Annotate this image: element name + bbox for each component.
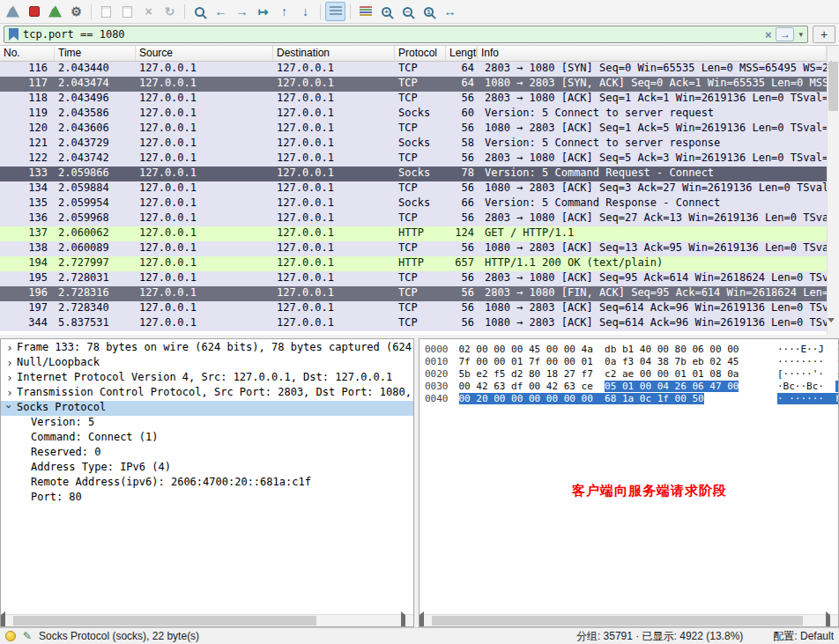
zoom-original-icon: 1 <box>424 7 434 17</box>
scroll-up-icon[interactable] <box>828 46 839 58</box>
hex-row[interactable]: 00205b e2 f5 d2 80 18 27 f7 c2 ae 00 00 … <box>425 368 838 381</box>
packet-row[interactable]: 1212.043729127.0.0.1127.0.0.1Socks58Vers… <box>0 137 827 152</box>
filter-dropdown-icon[interactable]: ▾ <box>798 30 803 39</box>
hex-row[interactable]: 000002 00 00 00 45 00 00 4a db b1 40 00 … <box>425 344 838 356</box>
packet-row[interactable]: 1202.043606127.0.0.1127.0.0.1TCP561080 →… <box>0 122 827 137</box>
cell-len: 78 <box>446 167 478 181</box>
capture-options-icon: ⚙ <box>71 5 82 18</box>
first-packet-icon[interactable]: ↑ <box>274 2 294 21</box>
hex-offset: 0010 <box>425 356 449 367</box>
display-filter-input[interactable]: tcp.port == 1080 × → ▾ <box>4 26 808 43</box>
zoom-in-icon[interactable]: + <box>376 2 397 21</box>
hex-row[interactable]: 00107f 00 00 01 7f 00 00 01 0a f3 04 38 … <box>425 356 838 368</box>
go-to-packet-icon[interactable]: ↦ <box>253 2 273 21</box>
column-header-source[interactable]: Source <box>136 46 273 61</box>
detail-line[interactable]: Address Type: IPv6 (4) <box>1 461 413 476</box>
column-header-destination[interactable]: Destination <box>273 46 395 61</box>
expander-icon[interactable]: › <box>6 371 15 384</box>
scroll-right-icon[interactable] <box>826 615 838 626</box>
expander-icon[interactable]: › <box>6 341 15 354</box>
column-header-info[interactable]: Info <box>478 46 827 61</box>
go-forward-icon[interactable]: → <box>232 2 252 21</box>
hex-row[interactable]: 004000 20 00 00 00 00 00 00 68 1a 0c 1f … <box>425 393 838 405</box>
last-packet-icon[interactable]: ↓ <box>295 2 316 21</box>
close-file-icon[interactable]: × <box>138 2 159 21</box>
scroll-down-icon[interactable] <box>828 322 839 335</box>
colorize-icon[interactable] <box>355 2 375 21</box>
detail-line[interactable]: Reserved: 0 <box>1 446 413 461</box>
packet-row[interactable]: 1172.043474127.0.0.1127.0.0.1TCP641080 →… <box>0 77 827 92</box>
packet-row[interactable]: 1192.043586127.0.0.1127.0.0.1Socks60Vers… <box>0 107 827 122</box>
details-horizontal-scrollbar[interactable] <box>1 614 413 626</box>
column-header-protocol[interactable]: Protocol <box>395 46 446 61</box>
packet-row[interactable]: 1372.060062127.0.0.1127.0.0.1HTTP124GET … <box>0 226 827 241</box>
status-packet-counts: 分组: 35791 · 已显示: 4922 (13.8%) <box>576 629 743 644</box>
packet-list-vertical-scrollbar[interactable] <box>827 46 839 335</box>
status-profile[interactable]: 配置: Default <box>773 629 834 644</box>
detail-line[interactable]: Remote Address(ipv6): 2606:4700:20::681a… <box>1 476 413 491</box>
scroll-left-icon[interactable] <box>1 615 13 626</box>
filter-add-button[interactable]: + <box>813 26 835 43</box>
start-capture-icon[interactable] <box>3 2 23 21</box>
hex-horizontal-scrollbar[interactable] <box>420 614 838 626</box>
scrollbar-thumb[interactable] <box>13 616 316 625</box>
packet-row[interactable]: 1962.728316127.0.0.1127.0.0.1TCP562803 →… <box>0 286 827 301</box>
go-back-icon[interactable]: ← <box>211 2 231 21</box>
expander-icon[interactable]: › <box>3 403 16 412</box>
detail-line[interactable]: Port: 80 <box>1 491 413 506</box>
detail-line[interactable]: ›Internet Protocol Version 4, Src: 127.0… <box>1 371 413 386</box>
detail-line[interactable]: ›Frame 133: 78 bytes on wire (624 bits),… <box>1 341 413 356</box>
detail-line[interactable]: Command: Connect (1) <box>1 431 413 446</box>
detail-line[interactable]: ›Null/Loopback <box>1 356 413 371</box>
scroll-right-icon[interactable] <box>401 615 413 626</box>
zoom-original-icon[interactable]: 1 <box>419 2 439 21</box>
packet-row[interactable]: 1182.043496127.0.0.1127.0.0.1TCP562803 →… <box>0 92 827 107</box>
packet-row[interactable]: 1222.043742127.0.0.1127.0.0.1TCP562803 →… <box>0 152 827 167</box>
packet-row[interactable]: 1972.728340127.0.0.1127.0.0.1TCP561080 →… <box>0 301 827 316</box>
open-file-icon[interactable] <box>96 2 116 21</box>
packet-row[interactable]: 1342.059884127.0.0.1127.0.0.1TCP561080 →… <box>0 181 827 196</box>
hex-row[interactable]: 003000 42 63 df 00 42 63 ce 05 01 00 04 … <box>425 381 838 393</box>
capture-comment-icon[interactable]: ✎ <box>23 630 32 642</box>
go-forward-icon: → <box>236 5 249 18</box>
save-file-icon[interactable] <box>117 2 137 21</box>
cell-len: 56 <box>446 316 478 331</box>
scrollbar-thumb[interactable] <box>432 616 803 625</box>
packet-row[interactable]: 1952.728031127.0.0.1127.0.0.1TCP562803 →… <box>0 271 827 286</box>
auto-scroll-icon[interactable] <box>325 2 345 21</box>
cell-time: 2.059968 <box>55 211 136 226</box>
packet-row[interactable]: 1362.059968127.0.0.1127.0.0.1TCP562803 →… <box>0 211 827 226</box>
filter-text[interactable]: tcp.port == 1080 <box>23 28 761 41</box>
packet-row[interactable]: 1332.059866127.0.0.1127.0.0.1Socks78Vers… <box>0 167 827 181</box>
cell-src: 127.0.0.1 <box>136 122 273 137</box>
packet-row[interactable]: 1382.060089127.0.0.1127.0.0.1TCP561080 →… <box>0 241 827 256</box>
packet-row[interactable]: 1942.727997127.0.0.1127.0.0.1HTTP657HTTP… <box>0 256 827 271</box>
filter-bookmark-icon[interactable] <box>9 28 19 41</box>
stop-capture-icon[interactable] <box>24 2 44 21</box>
packet-row[interactable]: 1352.059954127.0.0.1127.0.0.1Socks66Vers… <box>0 196 827 211</box>
expander-icon[interactable]: › <box>6 386 15 399</box>
detail-line[interactable]: ›Transmission Control Protocol, Src Port… <box>1 386 413 401</box>
expander-icon[interactable]: › <box>6 356 15 369</box>
packet-row[interactable]: 1162.043440127.0.0.1127.0.0.1TCP642803 →… <box>0 62 827 77</box>
column-header-no[interactable]: No. <box>0 46 55 61</box>
zoom-out-icon[interactable]: − <box>397 2 418 21</box>
cell-info: 2803 → 1080 [ACK] Seq=5 Ack=3 Win=261913… <box>478 152 827 167</box>
resize-columns-icon[interactable]: ↔ <box>440 2 460 21</box>
restart-capture-icon[interactable] <box>45 2 65 21</box>
detail-line[interactable]: ›Socks Protocol <box>1 401 413 416</box>
filter-clear-icon[interactable]: × <box>765 28 772 41</box>
scrollbar-thumb[interactable] <box>828 62 838 111</box>
column-header-length[interactable]: Length <box>446 46 478 61</box>
cell-no: 122 <box>0 152 55 167</box>
scroll-left-icon[interactable] <box>420 615 432 626</box>
restart-capture-icon <box>48 6 62 18</box>
find-packet-icon[interactable] <box>189 2 210 21</box>
packet-row[interactable]: 3445.837531127.0.0.1127.0.0.1TCP561080 →… <box>0 316 827 331</box>
column-header-time[interactable]: Time <box>55 46 136 61</box>
detail-line[interactable]: Version: 5 <box>1 416 413 431</box>
reload-file-icon[interactable]: ↻ <box>160 2 180 21</box>
filter-apply-icon[interactable]: → <box>776 27 794 41</box>
expert-info-icon[interactable] <box>5 631 16 641</box>
capture-options-icon[interactable]: ⚙ <box>66 2 86 21</box>
